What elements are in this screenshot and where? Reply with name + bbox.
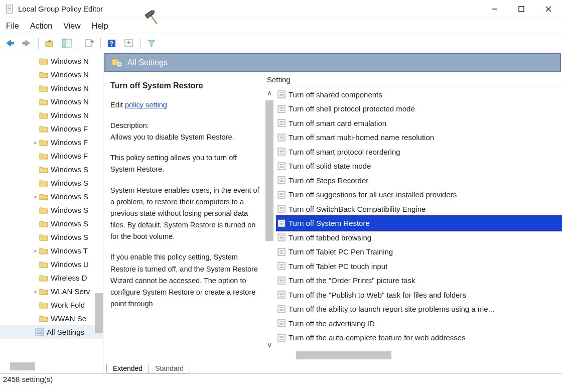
tree-item-label: WLAN Serv bbox=[51, 287, 90, 296]
menu-help[interactable]: Help bbox=[92, 22, 108, 31]
pane-header: All Settings bbox=[104, 53, 561, 72]
list-item-label: Turn off the "Order Prints" picture task bbox=[289, 276, 415, 285]
list-row[interactable]: Turn off the "Order Prints" picture task bbox=[276, 274, 562, 288]
folder-icon bbox=[39, 220, 48, 227]
list-row[interactable]: Turn off shared components bbox=[276, 87, 562, 102]
navigation-tree[interactable]: Windows NWindows NWindows NWindows NWind… bbox=[0, 52, 103, 373]
tree-item[interactable]: Windows F bbox=[0, 149, 103, 163]
show-tree-button[interactable] bbox=[60, 36, 74, 50]
folder-icon bbox=[39, 152, 48, 160]
expander-icon[interactable]: > bbox=[31, 289, 39, 295]
policy-item-icon bbox=[277, 118, 286, 127]
list-item-label: Turn off shared components bbox=[289, 90, 382, 99]
tree-item-label: Wireless D bbox=[51, 274, 87, 282]
list-item-label: Turn off solid state mode bbox=[289, 162, 371, 170]
expander-icon[interactable]: > bbox=[31, 140, 39, 146]
tree-item[interactable]: All Settings bbox=[0, 325, 103, 339]
close-button[interactable] bbox=[537, 2, 560, 17]
tree-item-label: Windows F bbox=[51, 138, 88, 147]
help-button[interactable]: ? bbox=[105, 36, 119, 50]
tree-item-label: WWAN Se bbox=[51, 314, 86, 323]
tab-standard[interactable]: Standard bbox=[149, 364, 190, 373]
list-row[interactable]: Turn off smart multi-homed name resoluti… bbox=[276, 130, 562, 145]
tree-item[interactable]: Windows S bbox=[0, 203, 103, 217]
list-row[interactable]: Turn off the ability to launch report si… bbox=[276, 302, 562, 317]
tree-item[interactable]: Windows N bbox=[0, 68, 103, 81]
tree-item-label: Windows N bbox=[51, 111, 89, 119]
list-row[interactable]: Turn off System Restore bbox=[276, 216, 562, 231]
scroll-down-icon[interactable]: ∨ bbox=[265, 339, 274, 350]
tree-hscrollbar[interactable] bbox=[10, 362, 35, 370]
list-item-label: Turn off tabbed browsing bbox=[289, 233, 371, 242]
edit-policy-link[interactable]: policy setting bbox=[125, 101, 167, 109]
folder-icon bbox=[39, 139, 48, 146]
tree-vscrollbar[interactable] bbox=[95, 293, 103, 333]
list-row[interactable]: Turn off suggestions for all user-instal… bbox=[276, 188, 562, 202]
list-item-label: Turn off Tablet PC touch input bbox=[289, 262, 387, 271]
folder-icon bbox=[39, 84, 48, 92]
list-hscrollbar[interactable] bbox=[296, 351, 391, 359]
list-row[interactable]: Turn off smart protocol reordering bbox=[276, 145, 562, 159]
policy-item-icon bbox=[277, 333, 286, 342]
filter-button[interactable] bbox=[145, 36, 159, 50]
list-row[interactable]: Turn off smart card emulation bbox=[276, 116, 562, 130]
list-item-label: Turn off the ability to launch report si… bbox=[289, 305, 494, 313]
properties-button[interactable] bbox=[122, 36, 136, 50]
list-vscrollbar[interactable]: ∧ ∨ bbox=[265, 87, 274, 350]
scroll-up-icon[interactable]: ∧ bbox=[265, 87, 274, 98]
list-row[interactable]: Turn off Tablet PC Pen Training bbox=[276, 245, 562, 259]
list-row[interactable]: Turn off shell protocol protected mode bbox=[276, 102, 562, 116]
hammer-icon bbox=[140, 5, 165, 29]
list-row[interactable]: Turn off the auto-complete feature for w… bbox=[276, 331, 562, 345]
folder-icon bbox=[39, 206, 48, 214]
tree-item[interactable]: WWAN Se bbox=[0, 312, 103, 325]
list-row[interactable]: Turn off the "Publish to Web" task for f… bbox=[276, 288, 562, 302]
menu-view[interactable]: View bbox=[63, 22, 80, 31]
tab-extended[interactable]: Extended bbox=[106, 364, 149, 373]
tree-item[interactable]: Wireless D bbox=[0, 271, 103, 285]
folder-icon bbox=[39, 111, 48, 119]
tree-item[interactable]: Windows S bbox=[0, 163, 103, 176]
tree-item[interactable]: Windows N bbox=[0, 54, 103, 68]
tree-item[interactable]: >Windows S bbox=[0, 190, 103, 203]
tree-item[interactable]: Windows N bbox=[0, 108, 103, 122]
tree-item[interactable]: Windows U bbox=[0, 257, 103, 271]
tree-item[interactable]: Work Fold bbox=[0, 298, 103, 312]
list-row[interactable]: Turn off SwitchBack Compatibility Engine bbox=[276, 202, 562, 216]
description-body-4: If you enable this policy setting, Syste… bbox=[110, 251, 261, 310]
tree-item[interactable]: Windows S bbox=[0, 176, 103, 190]
tree-item-label: Windows N bbox=[51, 84, 89, 92]
tree-item-label: Windows U bbox=[51, 260, 89, 269]
list-row[interactable]: Turn off solid state mode bbox=[276, 159, 562, 174]
menu-action[interactable]: Action bbox=[30, 22, 52, 31]
expander-icon[interactable]: > bbox=[31, 194, 39, 200]
forward-button[interactable] bbox=[20, 36, 34, 50]
folder-icon bbox=[39, 274, 48, 282]
tree-item-label: Windows N bbox=[51, 70, 89, 79]
tree-item[interactable]: Windows S bbox=[0, 217, 103, 230]
maximize-button[interactable] bbox=[510, 2, 533, 17]
list-row[interactable]: Turn off tabbed browsing bbox=[276, 230, 562, 245]
tree-item[interactable]: Windows N bbox=[0, 95, 103, 108]
tree-item[interactable]: >Windows F bbox=[0, 136, 103, 149]
up-button[interactable] bbox=[43, 36, 57, 50]
tree-item[interactable]: Windows F bbox=[0, 122, 103, 136]
folder-icon bbox=[39, 166, 48, 173]
app-icon bbox=[5, 4, 15, 14]
tree-item[interactable]: >WLAN Serv bbox=[0, 285, 103, 298]
menu-file[interactable]: File bbox=[6, 22, 19, 31]
expander-icon[interactable]: > bbox=[31, 248, 39, 254]
export-button[interactable] bbox=[82, 36, 96, 50]
minimize-button[interactable] bbox=[483, 2, 506, 17]
list-row[interactable]: Turn off Tablet PC touch input bbox=[276, 259, 562, 274]
tree-item[interactable]: Windows N bbox=[0, 81, 103, 95]
list-column-header[interactable]: Setting bbox=[264, 72, 562, 87]
tree-item[interactable]: Windows S bbox=[0, 230, 103, 244]
back-button[interactable] bbox=[3, 36, 17, 50]
list-item-label: Turn off smart protocol reordering bbox=[289, 148, 400, 156]
list-row[interactable]: Turn off the advertising ID bbox=[276, 316, 562, 331]
list-item-label: Turn off smart card emulation bbox=[289, 119, 386, 127]
list-row[interactable]: Turn off Steps Recorder bbox=[276, 173, 562, 188]
folder-icon bbox=[39, 71, 48, 78]
tree-item[interactable]: >Windows T bbox=[0, 244, 103, 257]
